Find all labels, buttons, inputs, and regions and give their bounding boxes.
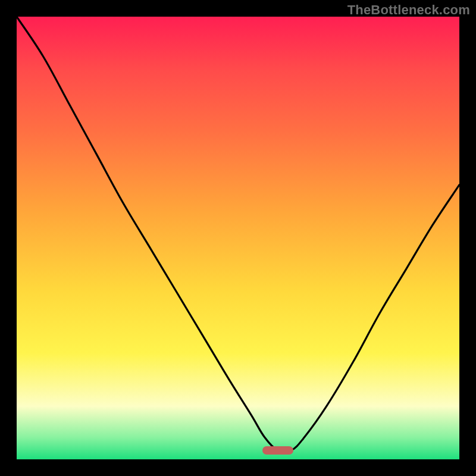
- optimal-point-marker: [262, 446, 293, 455]
- plot-area: [17, 17, 459, 459]
- watermark-text: TheBottleneck.com: [347, 2, 470, 18]
- bottleneck-curve: [17, 17, 459, 459]
- chart-frame: TheBottleneck.com: [0, 0, 476, 476]
